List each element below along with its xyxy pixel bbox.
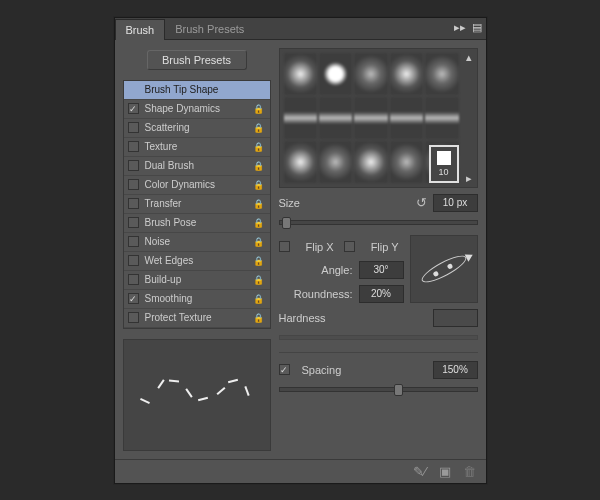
brush-thumb[interactable]	[354, 141, 387, 183]
option-build-up[interactable]: Build-up🔒	[124, 271, 270, 290]
flip-y-label: Flip Y	[371, 241, 399, 253]
option-wet-edges[interactable]: Wet Edges🔒	[124, 252, 270, 271]
angle-label: Angle:	[289, 264, 353, 276]
option-color-dynamics[interactable]: Color Dynamics🔒	[124, 176, 270, 195]
brush-thumb[interactable]	[390, 141, 423, 183]
option-label: Wet Edges	[145, 255, 253, 266]
panel-tabbar: Brush Brush Presets ▸▸ ▤	[115, 18, 486, 40]
lock-icon[interactable]: 🔒	[253, 313, 266, 323]
option-checkbox[interactable]: ✓	[128, 103, 139, 114]
spacing-row: ✓ Spacing 150%	[279, 361, 478, 379]
option-checkbox[interactable]	[128, 160, 139, 171]
option-label: Scattering	[145, 122, 253, 133]
spacing-checkbox[interactable]: ✓	[279, 364, 290, 375]
lock-icon[interactable]: 🔒	[253, 199, 266, 209]
option-checkbox[interactable]	[128, 255, 139, 266]
lock-icon[interactable]: 🔒	[253, 161, 266, 171]
cycle-icon[interactable]: ▸▸	[454, 21, 466, 34]
option-texture[interactable]: Texture🔒	[124, 138, 270, 157]
brush-thumb[interactable]	[390, 97, 423, 139]
size-row: Size ↺ 10 px	[279, 194, 478, 212]
lock-icon[interactable]: 🔒	[253, 123, 266, 133]
option-checkbox[interactable]	[128, 274, 139, 285]
trash-icon[interactable]: 🗑	[463, 464, 476, 479]
scroll-up-icon[interactable]: ▴	[466, 51, 472, 64]
left-column: Brush Presets Brush Tip Shape✓Shape Dyna…	[123, 48, 271, 451]
brush-thumb[interactable]	[390, 53, 423, 95]
option-label: Brush Tip Shape	[145, 84, 266, 95]
tab-brush[interactable]: Brush	[115, 19, 166, 40]
lock-icon[interactable]: 🔒	[253, 275, 266, 285]
option-checkbox[interactable]	[128, 141, 139, 152]
option-checkbox[interactable]	[128, 179, 139, 190]
option-label: Texture	[145, 141, 253, 152]
lock-icon[interactable]: 🔒	[253, 142, 266, 152]
size-label: Size	[279, 197, 410, 209]
lock-icon[interactable]: 🔒	[253, 256, 266, 266]
option-checkbox[interactable]	[128, 217, 139, 228]
option-transfer[interactable]: Transfer🔒	[124, 195, 270, 214]
lock-icon[interactable]: 🔒	[253, 104, 266, 114]
hardness-label: Hardness	[279, 312, 427, 324]
option-smoothing[interactable]: ✓Smoothing🔒	[124, 290, 270, 309]
toggle-preview-icon[interactable]: ✎⁄	[413, 464, 426, 479]
brush-thumb[interactable]	[284, 53, 317, 95]
lock-icon[interactable]: 🔒	[253, 180, 266, 190]
option-shape-dynamics[interactable]: ✓Shape Dynamics🔒	[124, 100, 270, 119]
option-checkbox[interactable]: ✓	[128, 293, 139, 304]
brush-thumb[interactable]	[425, 53, 458, 95]
option-checkbox[interactable]	[128, 198, 139, 209]
spacing-input[interactable]: 150%	[433, 361, 478, 379]
hardness-row: Hardness	[279, 309, 478, 327]
option-checkbox[interactable]	[128, 236, 139, 247]
flip-y-checkbox[interactable]	[344, 241, 355, 252]
brush-thumb[interactable]	[425, 97, 458, 139]
brush-thumb[interactable]	[354, 53, 387, 95]
roundness-input[interactable]: 20%	[359, 285, 404, 303]
option-label: Brush Pose	[145, 217, 253, 228]
angle-widget[interactable]	[410, 235, 478, 303]
size-input[interactable]: 10 px	[433, 194, 478, 212]
spacing-slider[interactable]	[279, 387, 478, 392]
option-checkbox[interactable]	[128, 122, 139, 133]
tab-brush-presets[interactable]: Brush Presets	[165, 19, 254, 39]
brush-thumb[interactable]	[354, 97, 387, 139]
brush-thumb[interactable]	[319, 53, 352, 95]
lock-icon[interactable]: 🔒	[253, 218, 266, 228]
options-list: Brush Tip Shape✓Shape Dynamics🔒Scatterin…	[123, 80, 271, 329]
option-label: Color Dynamics	[145, 179, 253, 190]
option-label: Shape Dynamics	[145, 103, 253, 114]
flip-x-label: Flip X	[306, 241, 334, 253]
brush-thumb[interactable]	[284, 141, 317, 183]
option-label: Protect Texture	[145, 312, 253, 323]
option-brush-tip-shape[interactable]: Brush Tip Shape	[124, 81, 270, 100]
reset-size-icon[interactable]: ↺	[416, 195, 427, 210]
right-column: 10 ▴▸ Size ↺ 10 px Flip X Flip Y Angle:	[279, 48, 478, 451]
size-slider[interactable]	[279, 220, 478, 225]
option-dual-brush[interactable]: Dual Brush🔒	[124, 157, 270, 176]
brush-panel: Brush Brush Presets ▸▸ ▤ Brush Presets B…	[114, 17, 487, 484]
brush-thumb[interactable]	[319, 141, 352, 183]
brush-thumbnail-grid[interactable]: 10 ▴▸	[279, 48, 478, 188]
selected-brush-thumb[interactable]: 10	[429, 145, 459, 183]
thumb-scrollbar[interactable]: ▴▸	[463, 51, 475, 185]
panel-menu-icon[interactable]: ▤	[472, 21, 482, 34]
lock-icon[interactable]: 🔒	[253, 237, 266, 247]
option-scattering[interactable]: Scattering🔒	[124, 119, 270, 138]
option-noise[interactable]: Noise🔒	[124, 233, 270, 252]
hardness-slider	[279, 335, 478, 340]
spacing-label: Spacing	[302, 364, 427, 376]
brush-thumb[interactable]	[284, 97, 317, 139]
option-checkbox[interactable]	[128, 312, 139, 323]
option-brush-pose[interactable]: Brush Pose🔒	[124, 214, 270, 233]
lock-icon[interactable]: 🔒	[253, 294, 266, 304]
new-preset-icon[interactable]: ▣	[439, 464, 451, 479]
panel-footer: ✎⁄ ▣ 🗑	[115, 459, 486, 483]
brush-presets-button[interactable]: Brush Presets	[147, 50, 247, 70]
flip-x-checkbox[interactable]	[279, 241, 290, 252]
option-label: Build-up	[145, 274, 253, 285]
scroll-picker-icon[interactable]: ▸	[466, 172, 472, 185]
angle-input[interactable]: 30°	[359, 261, 404, 279]
brush-thumb[interactable]	[319, 97, 352, 139]
option-protect-texture[interactable]: Protect Texture🔒	[124, 309, 270, 328]
